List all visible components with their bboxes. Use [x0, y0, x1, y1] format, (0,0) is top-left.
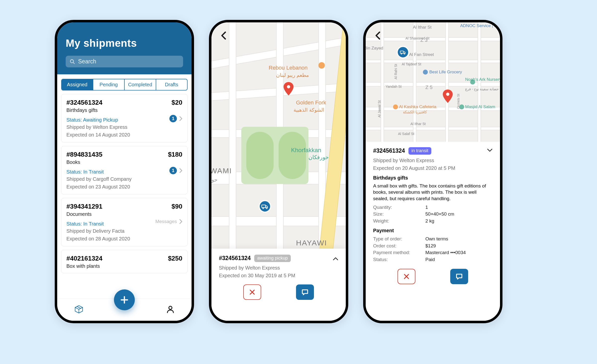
bottom-sheet[interactable]: #324561324 awaiting pickup Shipped by We… [211, 249, 346, 321]
collapse-button[interactable] [487, 148, 493, 153]
cancel-button[interactable] [243, 284, 261, 300]
map-label: Z 5 [425, 85, 433, 90]
order-id: #324561324 [219, 255, 251, 262]
chat-button[interactable] [450, 269, 468, 284]
tab-drafts[interactable]: Drafts [156, 79, 187, 90]
tab-completed[interactable]: Completed [124, 79, 156, 90]
chat-icon [301, 288, 309, 296]
svg-point-13 [404, 53, 405, 54]
map-label: Al Ithar St [410, 122, 426, 126]
spec-value: Paid [425, 256, 435, 263]
cancel-button[interactable] [398, 269, 415, 284]
back-button[interactable] [372, 29, 384, 42]
spec-label: Order cost: [373, 242, 415, 249]
search-input[interactable]: Search [66, 56, 183, 67]
spec-list: Quantity:1 Size:50×40×50 cm Weight:2 kg [373, 204, 493, 225]
spec-value: 50×40×50 cm [425, 211, 454, 218]
svg-point-12 [401, 53, 402, 54]
payment-list: Type of order:Own terms Order cost:$129 … [373, 235, 493, 263]
restaurant-poi-icon [318, 62, 325, 69]
map-label: Al Tajdeef St [402, 62, 421, 66]
tabs: Assigned Pending Completed Drafts [61, 79, 188, 91]
phone-list-screen: My shipments Search Assigned Pending Com… [55, 20, 194, 323]
spec-label: Quantity: [373, 204, 415, 211]
add-shipment-button[interactable] [114, 289, 135, 310]
order-id: #894831435 [66, 151, 102, 158]
map-label: WAMI [211, 167, 232, 175]
tab-shipments-icon[interactable] [74, 304, 84, 315]
shipper: Shipped by Welton Express [219, 265, 338, 271]
unread-badge: 1 [169, 115, 177, 122]
item-description: A small box with gifts. The box contains… [373, 183, 493, 202]
expected: Expected on 14 August 2020 [66, 132, 182, 138]
map-label: Best Life Grocery [429, 70, 462, 75]
card-disclosure[interactable]: 1 [169, 167, 182, 174]
map-label: Al Shawared St [405, 36, 430, 40]
map-label: كافتيريا الكشكة [403, 110, 427, 114]
shipment-card[interactable]: #324561324 $20 Birthdays gifts Status: A… [61, 94, 188, 142]
tab-assigned[interactable]: Assigned [62, 79, 93, 90]
svg-point-2 [169, 306, 172, 309]
tab-pending[interactable]: Pending [93, 79, 124, 90]
plus-icon [120, 295, 129, 305]
spec-label: Weight: [373, 218, 415, 225]
map-label: Al Ithar St [413, 25, 432, 30]
detail-sheet[interactable]: #324561324 in transit Shipped by Welton … [366, 142, 500, 321]
map-label: Masjid Al Salam [465, 104, 495, 109]
messages-label: Messages [155, 219, 177, 224]
order-id: #402161324 [66, 255, 102, 262]
svg-rect-11 [400, 51, 403, 53]
shipper: Shipped by Delivery Facta [66, 228, 182, 234]
search-placeholder: Search [78, 58, 96, 65]
back-button[interactable] [217, 29, 230, 42]
svg-point-14 [446, 93, 449, 96]
spec-label: Size: [373, 211, 415, 218]
store-poi-icon [423, 70, 428, 75]
map-label: HAYAWI [296, 239, 327, 247]
vehicle-pin-icon [397, 46, 409, 58]
chevron-left-icon [375, 31, 381, 40]
spec-label: Status: [373, 256, 415, 263]
phone-map-screen: Rebou Lebanon مطعم ريبو لبنان Golden For… [209, 20, 348, 323]
order-id: #324561324 [373, 147, 405, 154]
svg-point-5 [287, 85, 290, 89]
expected: Expected on 28 August 2020 [66, 235, 182, 242]
shipper: Shipped by Welton Express [66, 124, 182, 131]
payment-heading: Payment [373, 228, 493, 233]
expected: Expected on 20 August 2020 at 5 PM [373, 165, 493, 172]
chevron-right-icon [179, 219, 182, 224]
chat-button[interactable] [296, 284, 314, 300]
phone-detail-screen: Al Ithar St ADNOC Service | Bab Al Sharq… [363, 20, 502, 323]
spec-label: Type of order: [373, 235, 415, 242]
map-label: Rebou Lebanon [269, 65, 308, 71]
shipper: Shipped by Welton Express [373, 157, 493, 164]
shipment-card[interactable]: #394341291 $90 Documents Status: In Tran… [61, 198, 188, 246]
expand-button[interactable] [333, 257, 338, 262]
map-label: حضانة سفينة نوح - فرع [465, 87, 499, 91]
map-label: Golden Fork [296, 99, 326, 106]
status: Status: Awaiting Pickup [66, 117, 182, 123]
spec-value: 1 [425, 204, 428, 211]
shipment-card[interactable]: #402161324 $250 Box with plants [61, 250, 188, 273]
map-label: Al Salaf St [398, 132, 414, 136]
map-label: Khorfakkan [291, 147, 321, 154]
map-label: Al Kashka Cafeteria [399, 104, 436, 109]
price: $90 [172, 203, 182, 210]
order-id: #324561324 [66, 99, 102, 106]
destination-pin-icon [443, 90, 453, 99]
item-title: Birthdays gifts [373, 175, 493, 181]
chevron-left-icon [221, 31, 226, 40]
card-disclosure[interactable]: 1 [169, 115, 182, 122]
svg-line-1 [73, 62, 74, 64]
map[interactable]: Al Ithar St ADNOC Service | Bab Al Sharq… [366, 22, 500, 142]
shipment-card[interactable]: #894831435 $180 Books Status: In Transit… [61, 146, 188, 194]
chevron-right-icon [179, 116, 182, 121]
map-label: Al Fan Street [409, 52, 434, 57]
close-icon [249, 289, 256, 296]
card-disclosure[interactable]: Messages [155, 219, 182, 224]
chevron-down-icon [487, 148, 493, 152]
unread-badge: 1 [169, 167, 177, 174]
shipper: Shipped by Cargoff Company [66, 176, 182, 182]
tab-profile-icon[interactable] [166, 305, 175, 315]
description: Books [66, 159, 182, 165]
